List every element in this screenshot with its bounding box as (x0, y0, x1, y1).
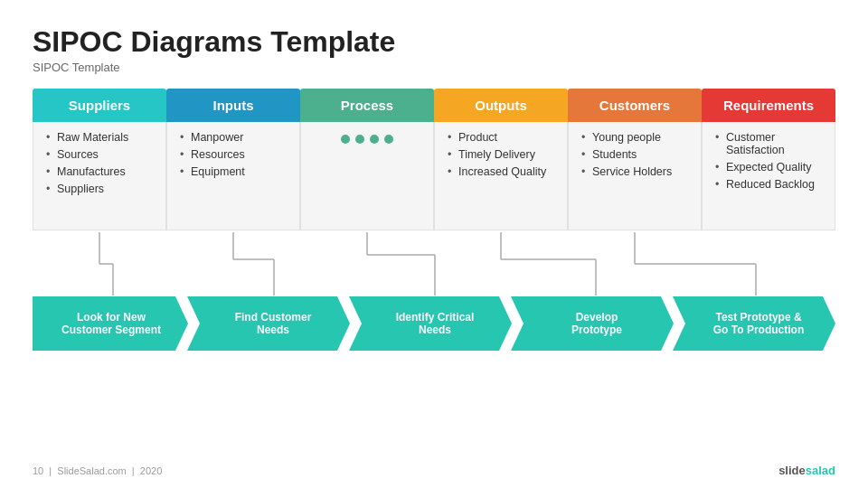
process-dots (307, 129, 428, 147)
page-title: SIPOC Diagrams Template (33, 25, 835, 59)
list-item: Reduced Backlog (715, 178, 826, 191)
list-item: Raw Materials (46, 131, 156, 144)
process-step-5: Test Prototype &Go To Production (673, 296, 835, 351)
process-header: Process (300, 89, 434, 122)
list-item: Product (448, 131, 558, 144)
process-dot-3 (370, 135, 379, 144)
logo-slide-text: slide (778, 464, 806, 477)
suppliers-body: Raw Materials Sources Manufactures Suppl… (33, 122, 166, 230)
sipoc-table: Suppliers Raw Materials Sources Manufact… (33, 89, 835, 230)
slide: SIPOC Diagrams Template SIPOC Template S… (0, 0, 868, 488)
logo-salad-text: salad (806, 464, 835, 477)
list-item: Students (581, 148, 692, 161)
list-item: Timely Delivery (448, 148, 558, 161)
list-item: Service Holders (581, 165, 692, 178)
outputs-body: Product Timely Delivery Increased Qualit… (434, 122, 568, 230)
col-suppliers: Suppliers Raw Materials Sources Manufact… (33, 89, 166, 230)
process-step-4: DevelopPrototype (511, 296, 674, 351)
inputs-header: Inputs (166, 89, 300, 122)
process-step-2: Find CustomerNeeds (187, 296, 350, 351)
footer-logo: slidesalad (778, 464, 835, 477)
list-item: Equipment (180, 165, 290, 178)
list-item: Increased Quality (448, 165, 558, 178)
process-flow: Look for NewCustomer Segment Find Custom… (33, 296, 835, 351)
requirements-header: Requirements (702, 89, 835, 122)
bottom-section: Look for NewCustomer Segment Find Custom… (33, 232, 835, 351)
suppliers-header: Suppliers (33, 89, 166, 122)
process-dot-4 (384, 135, 393, 144)
col-requirements: Requirements Customer Satisfaction Expec… (702, 89, 835, 230)
list-item: Young people (581, 131, 692, 144)
list-item: Manpower (180, 131, 290, 144)
inputs-body: Manpower Resources Equipment (166, 122, 300, 230)
footer-page: 10 | SlideSalad.com | 2020 (33, 465, 162, 476)
process-dot-2 (355, 135, 364, 144)
list-item: Resources (180, 148, 290, 161)
col-process: Process (300, 89, 434, 230)
col-outputs: Outputs Product Timely Delivery Increase… (434, 89, 568, 230)
outputs-header: Outputs (434, 89, 568, 122)
customers-header: Customers (568, 89, 702, 122)
process-step-1: Look for NewCustomer Segment (33, 296, 188, 351)
customers-body: Young people Students Service Holders (568, 122, 702, 230)
list-item: Sources (46, 148, 156, 161)
connector-lines (33, 232, 835, 300)
col-inputs: Inputs Manpower Resources Equipment (166, 89, 300, 230)
list-item: Customer Satisfaction (715, 131, 826, 156)
col-customers: Customers Young people Students Service … (568, 89, 702, 230)
footer: 10 | SlideSalad.com | 2020 slidesalad (33, 464, 835, 477)
list-item: Manufactures (46, 165, 156, 178)
process-body (300, 122, 434, 230)
page-subtitle: SIPOC Template (33, 61, 835, 74)
process-step-3: Identify CriticalNeeds (349, 296, 512, 351)
process-dot-1 (341, 135, 350, 144)
list-item: Suppliers (46, 183, 156, 195)
requirements-body: Customer Satisfaction Expected Quality R… (702, 122, 835, 230)
list-item: Expected Quality (715, 161, 826, 174)
